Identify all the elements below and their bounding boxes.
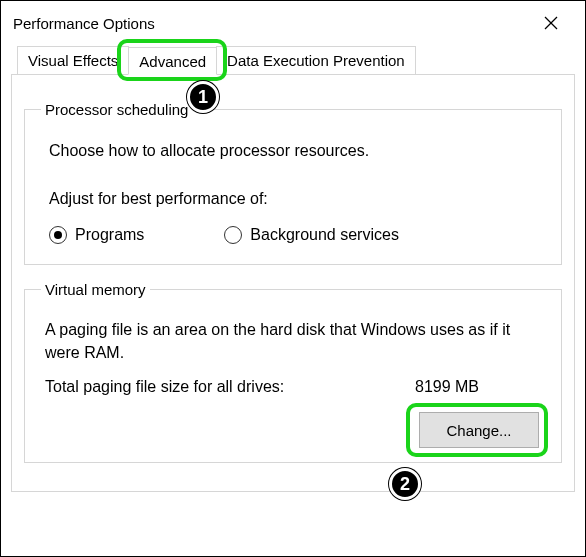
dialog-content: Visual Effects Advanced Data Execution P… — [1, 45, 585, 502]
tab-visual-effects[interactable]: Visual Effects — [17, 46, 129, 74]
processor-radio-group: Programs Background services — [49, 226, 545, 244]
virtual-memory-total-value: 8199 MB — [415, 378, 479, 396]
group-legend-virtual-memory: Virtual memory — [41, 281, 150, 298]
group-legend-processor: Processor scheduling — [41, 101, 192, 118]
virtual-memory-total-row: Total paging file size for all drives: 8… — [45, 378, 541, 396]
change-button[interactable]: Change... — [419, 412, 539, 448]
radio-indicator-icon — [224, 226, 242, 244]
virtual-memory-button-row: Change... — [41, 412, 545, 448]
group-processor-scheduling: Processor scheduling Choose how to alloc… — [24, 101, 562, 265]
group-virtual-memory: Virtual memory A paging file is an area … — [24, 281, 562, 463]
close-button[interactable] — [531, 3, 571, 43]
tab-advanced[interactable]: Advanced — [128, 47, 217, 75]
tabs-row: Visual Effects Advanced Data Execution P… — [11, 45, 575, 75]
processor-description: Choose how to allocate processor resourc… — [49, 142, 545, 160]
tab-data-execution-prevention[interactable]: Data Execution Prevention — [216, 46, 416, 74]
tab-panel-advanced: Processor scheduling Choose how to alloc… — [11, 75, 575, 492]
titlebar: Performance Options — [1, 1, 585, 45]
radio-indicator-icon — [49, 226, 67, 244]
radio-background-label: Background services — [250, 226, 399, 244]
radio-programs-label: Programs — [75, 226, 144, 244]
radio-background-services[interactable]: Background services — [224, 226, 399, 244]
close-icon — [544, 16, 558, 30]
radio-programs[interactable]: Programs — [49, 226, 144, 244]
processor-subhead: Adjust for best performance of: — [49, 190, 545, 208]
window-title: Performance Options — [13, 15, 155, 32]
virtual-memory-total-label: Total paging file size for all drives: — [45, 378, 415, 396]
performance-options-window: Performance Options Visual Effects Advan… — [0, 0, 586, 557]
virtual-memory-description: A paging file is an area on the hard dis… — [45, 318, 541, 364]
